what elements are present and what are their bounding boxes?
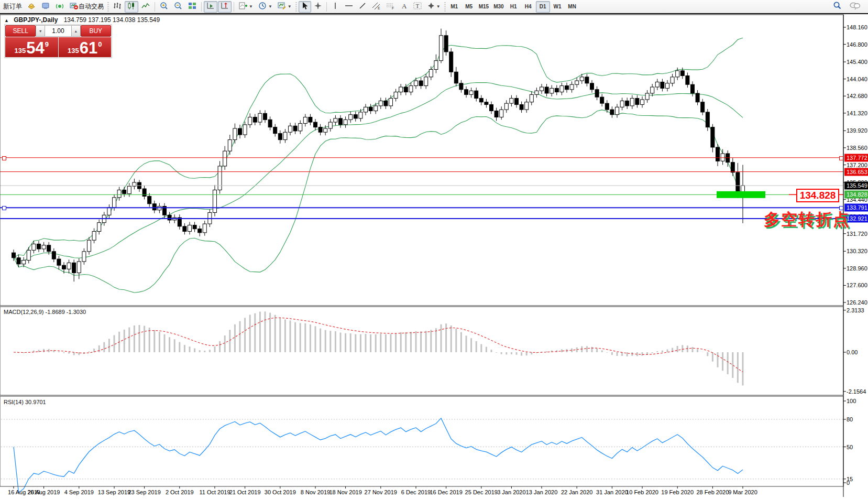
axis-tick-label: 127.600: [847, 282, 867, 288]
axis-tick-label: 138.560: [847, 145, 867, 151]
volume-input[interactable]: [45, 25, 71, 37]
sell-price-big: 54: [26, 40, 44, 56]
buy-price-prefix: 135: [68, 47, 79, 55]
axis-tick-label: 0.00: [847, 349, 858, 355]
price-level-label: 137.772: [844, 154, 868, 161]
axis-tick-label: 144.040: [847, 76, 867, 82]
axis-tick-label: 50: [847, 444, 853, 450]
price-callout-box[interactable]: 134.828: [796, 189, 839, 202]
buy-price-pip: 0: [98, 38, 102, 48]
time-axis-label: 9 Mar 2020: [719, 489, 766, 495]
axis-tick-label: 146.800: [847, 41, 867, 48]
price-level-label: 134.828: [844, 191, 868, 199]
buy-price-big: 61: [80, 40, 97, 56]
buy-button[interactable]: BUY: [81, 25, 111, 37]
symbol-period-label: GBPJPY-,Daily: [14, 16, 58, 24]
chart-canvas[interactable]: [0, 0, 868, 499]
macd-label: MACD(12,26,9) -1.8689 -1.3030: [4, 309, 86, 315]
axis-tick-label: 128.960: [847, 265, 867, 272]
axis-tick-label: 80: [847, 416, 853, 422]
volume-decrease-button[interactable]: ▼: [36, 25, 45, 37]
turning-point-annotation[interactable]: 多空转折点: [764, 209, 850, 231]
sell-price-pip: 9: [45, 38, 49, 48]
rsi-label: RSI(14) 30.9701: [4, 399, 46, 405]
price-level-label: 135.549: [844, 182, 868, 190]
line-handle[interactable]: [2, 156, 6, 160]
collapse-panel-icon[interactable]: ▲: [4, 18, 9, 23]
axis-tick-label: 2.3133: [847, 307, 864, 313]
axis-tick-label: 126.240: [847, 299, 867, 306]
sell-price-prefix: 135: [15, 47, 26, 55]
chart-title: ▲ GBPJPY-,Daily 134.759 137.195 134.038 …: [4, 16, 160, 24]
axis-tick-label: 145.400: [847, 59, 867, 65]
buy-price-button[interactable]: 135 61 0: [59, 37, 112, 57]
price-level-label: 136.653: [844, 168, 868, 176]
line-handle[interactable]: [2, 206, 6, 210]
ohlc-values: 134.759 137.195 134.038 135.549: [64, 16, 160, 24]
sell-price-button[interactable]: 135 54 9: [5, 37, 58, 57]
axis-tick-label: 141.320: [847, 110, 867, 116]
axis-tick-label: 142.680: [847, 93, 867, 99]
axis-tick-label: 131.720: [847, 231, 867, 237]
axis-tick-label: 148.160: [847, 24, 867, 30]
line-handle[interactable]: [839, 156, 843, 160]
axis-tick-label: 100: [847, 398, 856, 404]
axis-tick-label: 139.920: [847, 127, 867, 134]
volume-increase-button[interactable]: ▲: [71, 25, 81, 37]
one-click-trading-panel: SELL ▼ ▲ BUY 135 54 9 135 61 0: [4, 24, 112, 58]
axis-tick-label: 137.200: [847, 162, 867, 168]
axis-tick-label: -2.1564: [847, 388, 866, 395]
sell-button[interactable]: SELL: [5, 25, 36, 37]
axis-tick-label: 130.320: [847, 248, 867, 254]
axis-tick-label: 0: [847, 480, 850, 486]
terminal-window: 新订单 自动交易 ▼ ▼ ▼ E F A T ▼ M: [0, 0, 868, 499]
